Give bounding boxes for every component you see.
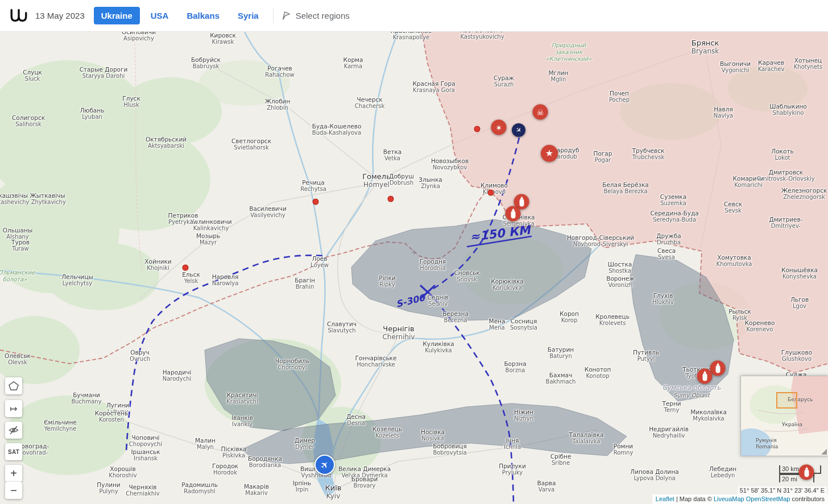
minimap-label: Румунія bbox=[756, 438, 777, 443]
overview-minimap[interactable]: БеларусьУкраїнаРумуніяRomania bbox=[740, 376, 828, 456]
event-dot-marker[interactable] bbox=[313, 199, 319, 205]
measure-icon: ↦ bbox=[10, 403, 17, 414]
minimap-graphic bbox=[741, 376, 828, 456]
plane-icon: ✈ bbox=[318, 459, 331, 471]
date-display: 13 May 2023 bbox=[35, 11, 85, 20]
select-regions-button[interactable]: Select regions bbox=[280, 10, 350, 21]
bomb-icon bbox=[804, 469, 809, 477]
bomb-marker[interactable] bbox=[799, 465, 814, 480]
polygon-tool-button[interactable] bbox=[5, 377, 22, 394]
event-dot-marker[interactable] bbox=[183, 265, 189, 271]
attribution-suffix: contributors bbox=[790, 495, 825, 502]
coordinates-display: 51° 58' 35.1" N 31° 23' 36.4" E bbox=[738, 486, 827, 494]
zoom-in-button[interactable]: + bbox=[5, 465, 22, 482]
liveuamap-link[interactable]: LiveuaMap bbox=[714, 495, 744, 502]
explosion-icon: ✶ bbox=[495, 123, 502, 131]
tab-ukraine[interactable]: Ukraine bbox=[94, 7, 140, 24]
map-center-crosshair: + bbox=[411, 247, 417, 258]
top-bar: 13 May 2023 UkraineUSABalkansSyria Selec… bbox=[0, 0, 828, 32]
drone-icon: ✈ bbox=[514, 126, 523, 135]
event-dot-marker[interactable] bbox=[488, 190, 494, 196]
liveuamap-logo[interactable] bbox=[9, 7, 28, 24]
attribution-text: | Map data © bbox=[674, 495, 714, 502]
tab-balkans[interactable]: Balkans bbox=[179, 7, 227, 24]
bomb-icon bbox=[511, 211, 515, 218]
measure-tool-button[interactable]: ↦ bbox=[5, 400, 22, 417]
star-icon: ★ bbox=[545, 149, 553, 158]
leaflet-link[interactable]: Leaflet bbox=[656, 495, 674, 502]
skull-marker[interactable]: ☠ bbox=[533, 105, 548, 120]
minimap-label: Romania bbox=[756, 444, 778, 449]
select-regions-flag-icon bbox=[280, 10, 291, 21]
event-dot-marker[interactable] bbox=[388, 196, 394, 202]
region-tabs: UkraineUSABalkansSyria bbox=[94, 7, 266, 24]
minimap-label: Україна bbox=[782, 422, 802, 427]
drone-marker[interactable]: ✈ bbox=[512, 123, 525, 137]
bomb-icon bbox=[519, 199, 524, 206]
bomb-marker[interactable] bbox=[697, 369, 713, 384]
bomb-marker[interactable] bbox=[710, 361, 726, 376]
skull-icon: ☠ bbox=[537, 108, 544, 116]
bomb-icon bbox=[715, 365, 720, 373]
tab-syria[interactable]: Syria bbox=[230, 7, 266, 24]
select-regions-label: Select regions bbox=[296, 11, 350, 20]
event-dot-marker[interactable] bbox=[474, 126, 481, 132]
eye-off-icon bbox=[8, 424, 19, 436]
bomb-marker[interactable] bbox=[506, 206, 521, 222]
osm-link[interactable]: OpenStreetMap bbox=[746, 495, 790, 502]
minimap-toggle[interactable] bbox=[821, 449, 827, 455]
polygon-icon bbox=[9, 381, 19, 391]
tab-usa[interactable]: USA bbox=[143, 7, 176, 24]
bomb-icon bbox=[702, 373, 707, 381]
map-container[interactable]: ОсиповичиAsipovichyКировскKirawskКраснап… bbox=[0, 32, 828, 504]
minimap-viewport-rect[interactable] bbox=[776, 392, 797, 409]
explosion-marker[interactable]: ✶ bbox=[491, 120, 507, 135]
plane-marker[interactable]: ✈ bbox=[314, 455, 335, 475]
satellite-toggle-button[interactable]: SAT bbox=[5, 443, 22, 460]
topbar-divider bbox=[273, 9, 274, 23]
attribution: Leaflet | Map data © LiveuaMap OpenStree… bbox=[652, 494, 828, 504]
map-base bbox=[0, 32, 828, 504]
star-marker[interactable]: ★ bbox=[541, 145, 558, 162]
zoom-out-button[interactable]: − bbox=[5, 482, 22, 499]
hide-layers-button[interactable] bbox=[5, 422, 22, 439]
